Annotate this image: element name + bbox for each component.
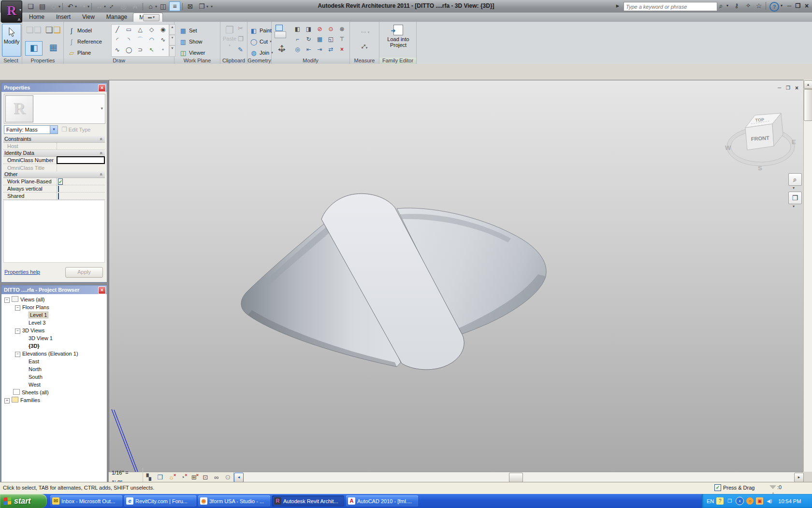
join-geometry-button[interactable]: ◍Join▾ [250, 48, 273, 58]
temporary-hide-isolate-icon[interactable]: ∞ [211, 474, 222, 481]
load-into-project-button[interactable]: ➔ Load into Project [385, 24, 411, 56]
close-hidden-windows-button[interactable]: ⊠ [185, 1, 196, 11]
window-tray-icon[interactable]: ❐ [726, 497, 733, 505]
tree-item-sheets-all[interactable]: Sheets (all) [13, 389, 49, 396]
model-line-button[interactable]: ∫Model [68, 26, 92, 35]
properties-help-link[interactable]: Properties help [4, 269, 40, 275]
taskbar-item-autocad[interactable]: A AutoCAD 2010 - [fml.... [346, 495, 418, 507]
tree-item-3d-current[interactable]: {3D} [29, 343, 40, 350]
family-category-button[interactable]: ❏❏ [44, 25, 62, 39]
customize-qat-caret-icon[interactable]: ▾ [211, 4, 213, 9]
redo-caret-icon[interactable]: ▾ [87, 4, 89, 9]
reveal-hidden-elements-icon[interactable]: ʘ [222, 474, 233, 481]
tab-home[interactable]: Home [23, 13, 50, 22]
clock-tray-icon[interactable]: ○ [746, 497, 754, 505]
start-button[interactable]: start [0, 494, 47, 508]
family-types-button[interactable]: ❏❏ [25, 25, 43, 39]
restore-button[interactable]: ❐ [794, 2, 802, 10]
always-vertical-checkbox[interactable] [58, 186, 59, 192]
section-constraints[interactable]: Constraints« [3, 136, 105, 143]
split-element-tool[interactable]: ⊘ [314, 24, 325, 34]
drawing-area-3d-view[interactable]: W S E TOP FRONT ─ ❐ × ⌕ ▾ ❐ ▾ [109, 80, 804, 482]
close-button[interactable]: × [802, 2, 811, 10]
measure-button[interactable]: ↕ [104, 0, 119, 14]
taskbar-item-revitcity[interactable]: e RevitCity.com | Foru... [124, 495, 196, 507]
tree-item-families[interactable]: +Families [4, 397, 40, 404]
zoom-control-caret-icon[interactable]: ▾ [793, 204, 795, 209]
redo-button[interactable]: ↷ [77, 1, 88, 11]
undo-caret-icon[interactable]: ▾ [75, 4, 77, 9]
shadows-icon[interactable]: ◔× [177, 474, 188, 481]
section-other[interactable]: Other« [3, 171, 105, 178]
split-with-gap-tool[interactable]: ⊙ [325, 24, 336, 34]
sync-caret-icon[interactable]: ▾ [58, 4, 60, 9]
circumscribed-polygon-tool[interactable]: ◇ [146, 25, 158, 35]
section-identity-data[interactable]: Identity Data« [3, 150, 105, 157]
trim-extend-multiple-tool[interactable]: ⇄ [325, 45, 336, 55]
thin-lines-button[interactable]: ≡ [169, 1, 180, 11]
spline-tool[interactable]: ∿ [157, 35, 169, 45]
tree-item-west[interactable]: West [29, 381, 41, 388]
tab-view[interactable]: View [76, 13, 101, 22]
set-work-plane-button[interactable]: ▦Set [179, 26, 197, 35]
partial-ellipse-tool[interactable]: ⊃ [134, 45, 146, 55]
ribbon-state-toggle[interactable]: ▬ ▾ [143, 14, 160, 21]
tangent-arc-tool[interactable]: ◠ [146, 35, 158, 45]
pin-tool[interactable]: ⊤ [336, 34, 348, 45]
tag-button[interactable]: ◎ [118, 1, 129, 11]
view-caret-icon[interactable]: ▾ [155, 4, 157, 9]
text-button[interactable]: A [130, 1, 141, 11]
crop-view-icon[interactable]: ⊞× [188, 474, 200, 481]
save-button[interactable]: ▤ [37, 1, 48, 11]
steering-wheel-caret-icon[interactable]: ▾ [793, 186, 795, 190]
sync-button[interactable]: ◇ [48, 1, 59, 11]
hide-icons-button[interactable]: ‹ [736, 497, 744, 505]
subscription-key-icon[interactable]: ⚷ [732, 1, 741, 10]
combobox-arrow-icon[interactable]: ▾ [50, 126, 58, 134]
tree-item-east[interactable]: East [29, 358, 39, 365]
application-menu-button[interactable]: R ▾ A [1, 0, 22, 23]
section-button[interactable]: ◫ [158, 1, 169, 11]
shared-checkbox[interactable] [58, 193, 59, 199]
unpin-tool[interactable]: ⊗ [336, 24, 348, 34]
family-filter-combobox[interactable]: Family: Mass ▾ [4, 125, 58, 134]
scroll-left-button[interactable]: ◂ [234, 473, 244, 482]
family-types-grid-button[interactable]: ▦ [44, 41, 62, 56]
tree-item-views-all[interactable]: −Views (all) [4, 296, 45, 303]
mirror-pick-axis-tool[interactable]: ◧ [292, 24, 303, 34]
favorites-star-icon[interactable]: ☆ [754, 1, 764, 10]
properties-palette-title[interactable]: Properties [1, 83, 107, 92]
match-properties-tool[interactable]: ◎ [292, 45, 303, 55]
measure-ribbon-button[interactable]: ↕▾ [353, 41, 376, 55]
vertical-scrollbar[interactable]: ▲ ▼ [803, 80, 812, 482]
type-selector-caret-icon[interactable]: ▾ [101, 106, 103, 111]
properties-close-icon[interactable]: × [98, 84, 106, 92]
help-caret-icon[interactable]: ▾ [779, 1, 784, 10]
inscribed-polygon-tool[interactable]: △ [134, 25, 146, 35]
press-drag-control[interactable]: ✓ Press & Drag [714, 484, 754, 491]
view-restore-button[interactable]: ❐ [784, 85, 792, 91]
volume-tray-icon[interactable]: ◀) [766, 497, 773, 505]
align-tool[interactable]: ⇥ [314, 45, 325, 55]
switch-windows-button[interactable]: ❐ [196, 1, 207, 11]
omniclass-number-input[interactable] [57, 156, 105, 164]
line-tool[interactable]: ╱ [112, 25, 123, 35]
tree-item-3d-view-1[interactable]: 3D View 1 [29, 335, 53, 342]
edit-face-button[interactable] [276, 25, 283, 31]
tab-manage[interactable]: Manage [101, 13, 133, 22]
copy-icon[interactable]: ❐ [238, 35, 244, 43]
paste-button[interactable]: ❐ Paste ▾ [222, 24, 237, 55]
modify-tool-button[interactable]: Modify [2, 24, 21, 57]
ellipse-tool[interactable]: ◯ [123, 45, 135, 55]
tab-insert[interactable]: Insert [50, 13, 76, 22]
sun-path-icon[interactable]: ☼× [166, 474, 177, 481]
project-browser-close-icon[interactable]: × [98, 286, 106, 294]
show-crop-region-icon[interactable]: ⊡ [200, 474, 211, 481]
aligned-dimension-button[interactable]: ↔ [94, 1, 105, 11]
press-drag-checkbox[interactable]: ✓ [714, 484, 721, 491]
infocenter-expand-icon[interactable]: ▸ [613, 1, 623, 10]
default-3d-view-button[interactable]: ⌂ [145, 1, 156, 11]
properties-button[interactable]: ◧ [25, 41, 43, 56]
apply-button[interactable]: Apply [65, 267, 103, 278]
tree-item-north[interactable]: North [29, 366, 42, 373]
